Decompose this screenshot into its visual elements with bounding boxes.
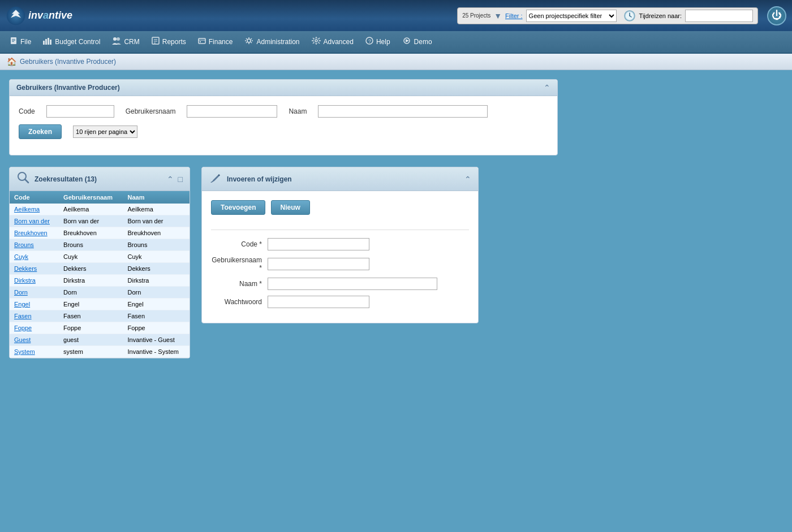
- advanced-icon: [311, 36, 321, 47]
- cell-code[interactable]: Engel: [10, 299, 59, 310]
- form-code-label: Code *: [211, 240, 268, 248]
- cell-code[interactable]: Aeilkema: [10, 204, 59, 215]
- nav-item-demo[interactable]: Demo: [396, 33, 438, 51]
- filter-link[interactable]: Filter :: [505, 12, 523, 19]
- nav-item-advanced[interactable]: Advanced: [305, 33, 359, 51]
- cell-username: Dekkers: [59, 263, 123, 275]
- cell-code[interactable]: Dekkers: [10, 263, 59, 275]
- nav-label-demo: Demo: [414, 38, 432, 46]
- code-input[interactable]: [46, 105, 114, 118]
- nav-label-budget: Budget Control: [55, 38, 100, 46]
- cell-code[interactable]: Guest: [10, 334, 59, 346]
- cell-code[interactable]: Breukhoven: [10, 227, 59, 239]
- table-row: FasenFasenFasen: [10, 310, 190, 322]
- cell-name: Fasen: [123, 310, 190, 322]
- help-icon: ?: [365, 36, 374, 47]
- toevoegen-button[interactable]: Toevoegen: [211, 200, 265, 215]
- form-collapse[interactable]: ⌃: [464, 175, 471, 184]
- form-panel-body: Toevoegen Nieuw Code * Gebruikersnaam * …: [202, 191, 478, 323]
- cell-code[interactable]: Dirkstra: [10, 275, 59, 287]
- table-row: DekkersDekkersDekkers: [10, 263, 190, 275]
- power-button[interactable]: ⏻: [767, 6, 786, 25]
- nav-item-finance[interactable]: Finance: [192, 33, 239, 51]
- table-row: BreukhovenBreukhovenBreukhoven: [10, 227, 190, 239]
- search-panel-collapse[interactable]: ⌃: [544, 83, 550, 92]
- search-form-row: Code Gebruikersnaam Naam: [19, 105, 548, 118]
- nav-item-reports[interactable]: Reports: [145, 33, 192, 51]
- tijdreizen-input[interactable]: [685, 10, 753, 22]
- search-panel: Gebruikers (Invantive Producer) ⌃ Code G…: [9, 79, 558, 155]
- table-row: BrounsBrounsBrouns: [10, 239, 190, 251]
- rows-per-page-select[interactable]: 10 rijen per pagina 25 rijen per pagina …: [73, 126, 137, 138]
- nieuw-button[interactable]: Nieuw: [271, 200, 310, 215]
- cell-code[interactable]: Fasen: [10, 310, 59, 322]
- reports-icon: [151, 36, 160, 47]
- cell-name: Invantive - System: [123, 346, 190, 358]
- crm-icon: [111, 36, 122, 47]
- search-panel-body: Code Gebruikersnaam Naam Zoeken 10 rijen…: [10, 96, 557, 155]
- cell-code[interactable]: Brouns: [10, 239, 59, 251]
- filter-icon: ▼: [494, 11, 502, 20]
- cell-name: Dorn: [123, 287, 190, 299]
- cell-name: Breukhoven: [123, 227, 190, 239]
- svg-rect-6: [12, 39, 15, 40]
- cell-username: guest: [59, 334, 123, 346]
- results-expand[interactable]: □: [178, 175, 183, 184]
- form-panel-header: Invoeren of wijzigen ⌃: [202, 167, 478, 191]
- username-search-input[interactable]: [187, 105, 277, 118]
- table-row: DirkstraDirkstraDirkstra: [10, 275, 190, 287]
- breadcrumb-text: Gebruikers (Invantive Producer): [20, 58, 116, 66]
- nav-item-crm[interactable]: CRM: [106, 33, 145, 51]
- logo: invantive: [6, 6, 72, 26]
- svg-rect-12: [50, 40, 51, 45]
- nav-label-finance: Finance: [209, 38, 233, 46]
- results-panel: Zoekresultaten (13) ⌃ □ Code Gebruikersn…: [9, 167, 190, 358]
- cell-code[interactable]: Cuyk: [10, 251, 59, 263]
- cell-username: Engel: [59, 299, 123, 310]
- table-row: SystemsystemInvantive - System: [10, 346, 190, 358]
- form-password-input[interactable]: [268, 296, 369, 308]
- tijdreizen-text: Tijdreizen naar:: [639, 12, 682, 19]
- nav-item-budget-control[interactable]: Budget Control: [37, 33, 106, 51]
- cell-code[interactable]: Dorn: [10, 287, 59, 299]
- svg-rect-8: [12, 41, 14, 42]
- name-search-input[interactable]: [318, 105, 488, 118]
- project-filter-select[interactable]: Geen projectspecifiek filter: [526, 10, 617, 22]
- form-password-row: Wachtwoord: [211, 296, 469, 308]
- table-row: AeilkemaAeilkemaAeilkema: [10, 204, 190, 215]
- top-bar: invantive 25 Projects ▼ Filter : Geen pr…: [0, 0, 792, 31]
- cell-code[interactable]: Foppe: [10, 322, 59, 334]
- svg-point-23: [315, 40, 317, 42]
- search-button[interactable]: Zoeken: [19, 124, 62, 139]
- nav-item-administration[interactable]: Administration: [238, 33, 305, 51]
- form-username-input[interactable]: [268, 258, 369, 270]
- nav-label-reports: Reports: [162, 38, 186, 46]
- power-icon: ⏻: [772, 10, 782, 21]
- administration-icon: [244, 36, 254, 47]
- table-row: FoppeFoppeFoppe: [10, 322, 190, 334]
- cell-code[interactable]: Born van der: [10, 215, 59, 227]
- cell-username: Cuyk: [59, 251, 123, 263]
- nav-item-file[interactable]: File: [3, 33, 37, 51]
- results-title: Zoekresultaten (13): [35, 175, 97, 183]
- form-password-label: Wachtwoord: [211, 298, 268, 306]
- results-collapse[interactable]: ⌃: [167, 175, 174, 184]
- clock-icon: [623, 10, 636, 22]
- cell-code[interactable]: System: [10, 346, 59, 358]
- nav-item-help[interactable]: ? Help: [359, 33, 396, 51]
- project-filter-bar: 25 Projects ▼ Filter : Geen projectspeci…: [457, 7, 758, 24]
- form-name-input[interactable]: [268, 278, 437, 290]
- logo-icon: [6, 6, 26, 26]
- nav-label-file: File: [20, 38, 31, 46]
- table-row: DornDornDorn: [10, 287, 190, 299]
- edit-icon: [209, 171, 222, 187]
- nav-bar: File Budget Control CRM Reports Finance …: [0, 31, 792, 54]
- form-code-row: Code *: [211, 238, 469, 250]
- svg-rect-10: [45, 39, 47, 45]
- nav-label-help: Help: [376, 38, 390, 46]
- svg-point-24: [313, 38, 319, 44]
- search-panel-title: Gebruikers (Invantive Producer): [16, 84, 120, 92]
- svg-rect-7: [12, 40, 15, 41]
- username-label: Gebruikersnaam: [126, 107, 176, 115]
- form-code-input[interactable]: [268, 238, 369, 250]
